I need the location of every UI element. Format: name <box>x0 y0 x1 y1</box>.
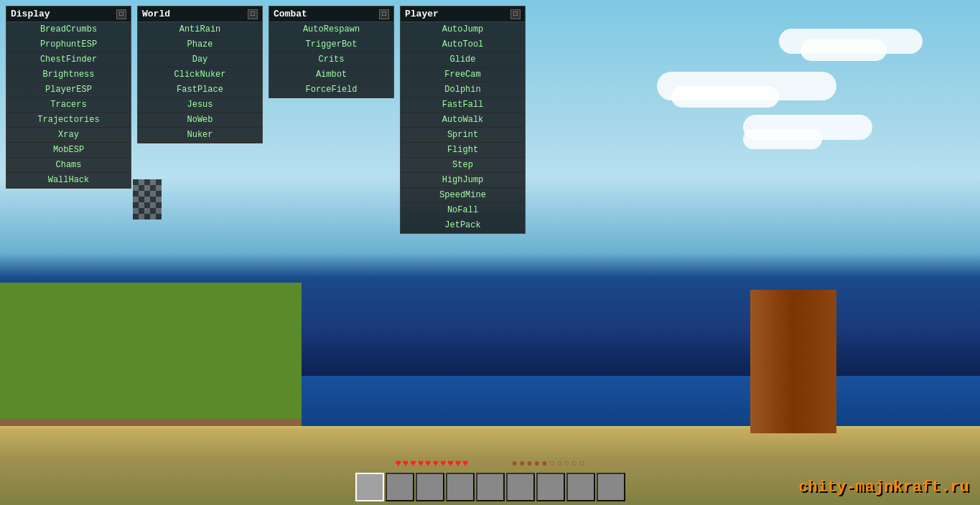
world-panel-title: World <box>142 9 170 19</box>
display-item-chams[interactable]: Chams <box>6 158 131 173</box>
heart-1: ♥ <box>395 458 401 469</box>
player-item-autotool[interactable]: AutoTool <box>401 37 525 52</box>
player-panel-title: Player <box>405 9 439 19</box>
food-8: ○ <box>564 458 569 469</box>
combat-panel-close[interactable]: □ <box>379 9 389 19</box>
food-1: ● <box>512 458 518 469</box>
food-4: ● <box>534 458 540 469</box>
food-5: ● <box>541 458 547 469</box>
food-2: ● <box>519 458 525 469</box>
display-item-prophuntesp[interactable]: ProphuntESP <box>6 37 131 52</box>
player-item-autowalk[interactable]: AutoWalk <box>401 113 525 128</box>
panels-container: Display □ BreadCrumbs ProphuntESP ChestF… <box>6 6 526 234</box>
cloud-4 <box>671 86 779 108</box>
display-panel-title: Display <box>11 9 50 19</box>
heart-6: ♥ <box>432 458 438 469</box>
combat-panel: Combat □ AutoRespawn TriggerBot Crits Ai… <box>269 6 394 98</box>
hotbar-slot-3[interactable] <box>416 473 444 501</box>
food-3: ● <box>526 458 532 469</box>
food-7: ○ <box>556 458 562 469</box>
cloud-6 <box>743 129 822 149</box>
display-item-brightness[interactable]: Brightness <box>6 67 131 82</box>
display-panel-header: Display □ <box>6 6 131 22</box>
player-item-speedmine[interactable]: SpeedMine <box>401 188 525 203</box>
combat-item-autorespawn[interactable]: AutoRespawn <box>269 22 393 37</box>
player-item-step[interactable]: Step <box>401 158 525 173</box>
hotbar-slot-8[interactable] <box>566 473 595 501</box>
hotbar-slot-5[interactable] <box>476 473 505 501</box>
watermark: chity-majnkraft.ru <box>798 478 969 496</box>
player-item-nofall[interactable]: NoFall <box>401 203 525 218</box>
player-item-freecam[interactable]: FreeCam <box>401 67 525 82</box>
display-item-breadcrumbs[interactable]: BreadCrumbs <box>6 22 131 37</box>
player-item-autojump[interactable]: AutoJump <box>401 22 525 37</box>
food-10: ○ <box>579 458 584 469</box>
heart-5: ♥ <box>425 458 431 469</box>
heart-8: ♥ <box>447 458 453 469</box>
hotbar-slot-6[interactable] <box>506 473 535 501</box>
heart-3: ♥ <box>410 458 416 469</box>
player-panel-close[interactable]: □ <box>510 9 521 19</box>
world-item-fastplace[interactable]: FastPlace <box>138 82 262 98</box>
world-item-antirain[interactable]: AntiRain <box>138 22 262 37</box>
hotbar <box>355 473 625 501</box>
tower <box>750 290 836 433</box>
cloud-2 <box>801 39 887 61</box>
heart-4: ♥ <box>418 458 424 469</box>
player-item-fastfall[interactable]: FastFall <box>401 98 525 113</box>
player-item-sprint[interactable]: Sprint <box>401 128 525 143</box>
combat-item-forcefield[interactable]: ForceField <box>269 82 393 98</box>
display-item-trajectories[interactable]: Trajectories <box>6 113 131 128</box>
health-bar: ♥ ♥ ♥ ♥ ♥ ♥ ♥ ♥ ♥ ♥ <box>395 458 468 469</box>
food-bar: ● ● ● ● ● ○ ○ ○ ○ ○ <box>512 458 585 469</box>
heart-7: ♥ <box>440 458 446 469</box>
player-item-glide[interactable]: Glide <box>401 52 525 67</box>
combat-item-triggerbot[interactable]: TriggerBot <box>269 37 393 52</box>
food-6: ○ <box>549 458 555 469</box>
display-item-playeresp[interactable]: PlayerESP <box>6 82 131 98</box>
hotbar-slot-4[interactable] <box>446 473 475 501</box>
display-item-tracers[interactable]: Tracers <box>6 98 131 113</box>
combat-panel-header: Combat □ <box>269 6 393 22</box>
display-panel-close[interactable]: □ <box>116 9 126 19</box>
player-panel-header: Player □ <box>401 6 525 22</box>
combat-item-aimbot[interactable]: Aimbot <box>269 67 393 82</box>
hud: ♥ ♥ ♥ ♥ ♥ ♥ ♥ ♥ ♥ ♥ ● ● ● ● ● ○ ○ ○ ○ ○ <box>355 458 625 505</box>
hotbar-slot-7[interactable] <box>536 473 565 501</box>
display-item-chestfinder[interactable]: ChestFinder <box>6 52 131 67</box>
display-item-wallhack[interactable]: WallHack <box>6 173 131 188</box>
player-item-flight[interactable]: Flight <box>401 143 525 158</box>
world-panel-close[interactable]: □ <box>248 9 258 19</box>
display-item-xray[interactable]: Xray <box>6 128 131 143</box>
world-item-noweb[interactable]: NoWeb <box>138 113 262 128</box>
player-panel: Player □ AutoJump AutoTool Glide FreeCam… <box>400 6 526 234</box>
heart-2: ♥ <box>403 458 409 469</box>
world-item-phaze[interactable]: Phaze <box>138 37 262 52</box>
grass-terrain <box>0 283 302 426</box>
hotbar-slot-2[interactable] <box>386 473 414 501</box>
world-item-clicknuker[interactable]: ClickNuker <box>138 67 262 82</box>
world-item-day[interactable]: Day <box>138 52 262 67</box>
display-panel: Display □ BreadCrumbs ProphuntESP ChestF… <box>6 6 131 189</box>
player-item-highjump[interactable]: HighJump <box>401 173 525 188</box>
player-item-dolphin[interactable]: Dolphin <box>401 82 525 98</box>
world-panel: World □ AntiRain Phaze Day ClickNuker Fa… <box>137 6 263 143</box>
heart-9: ♥ <box>455 458 461 469</box>
world-panel-header: World □ <box>138 6 262 22</box>
combat-item-crits[interactable]: Crits <box>269 52 393 67</box>
world-item-nuker[interactable]: Nuker <box>138 128 262 143</box>
world-item-jesus[interactable]: Jesus <box>138 98 262 113</box>
combat-panel-title: Combat <box>274 9 307 19</box>
player-item-jetpack[interactable]: JetPack <box>401 218 525 233</box>
hotbar-slot-9[interactable] <box>597 473 625 501</box>
display-item-mobesp[interactable]: MobESP <box>6 143 131 158</box>
heart-10: ♥ <box>462 458 468 469</box>
hotbar-slot-1[interactable] <box>355 473 384 501</box>
food-9: ○ <box>571 458 577 469</box>
